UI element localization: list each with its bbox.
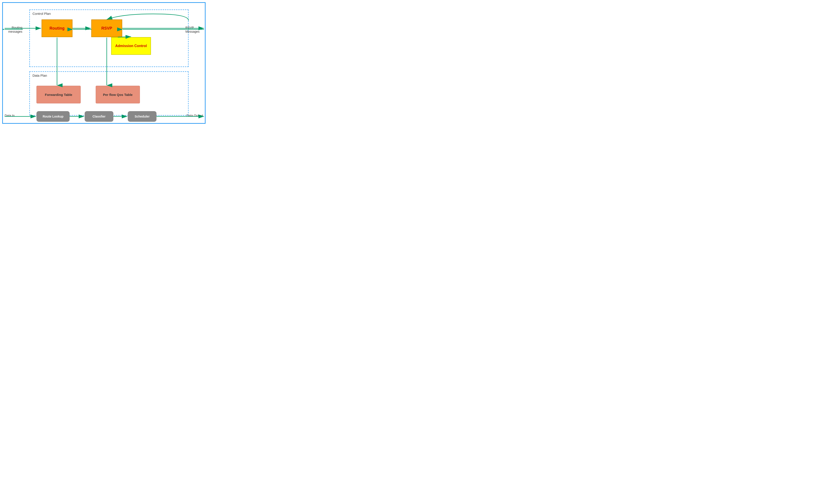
data-plan-label: Data Plan [32,73,47,77]
classifier-block: Classfier [85,111,113,122]
diagram-wrapper: Control Plan Data Plan Routing RSVP Admi… [2,2,205,124]
routing-messages-label: Routing messages [5,26,22,34]
forwarding-table-label: Forwarding Table [45,93,72,96]
forwarding-table-block: Forwarding Table [36,86,81,103]
route-lookup-block: Route Lookup [36,111,69,122]
rsvp-messages-label: RSVP Messages [185,26,203,34]
rsvp-label: RSVP [101,26,112,31]
qos-table-label: Per flow Qos Table [103,93,133,96]
data-output-label: Data Output [187,114,203,117]
admission-control-block: Admission Control [111,37,151,55]
data-in-label: Data In [5,114,15,117]
control-plan-box: Control Plan [29,9,189,67]
classifier-label: Classfier [92,115,106,118]
routing-block: Routing [41,20,73,37]
rsvp-block: RSVP [91,20,122,37]
admission-control-label: Admission Control [115,44,147,48]
routing-label: Routing [50,26,64,31]
control-plan-label: Control Plan [32,12,51,16]
scheduler-block: Scheduler [128,111,156,122]
qos-table-block: Per flow Qos Table [96,86,140,103]
scheduler-label: Scheduler [135,115,150,118]
route-lookup-label: Route Lookup [42,115,63,118]
